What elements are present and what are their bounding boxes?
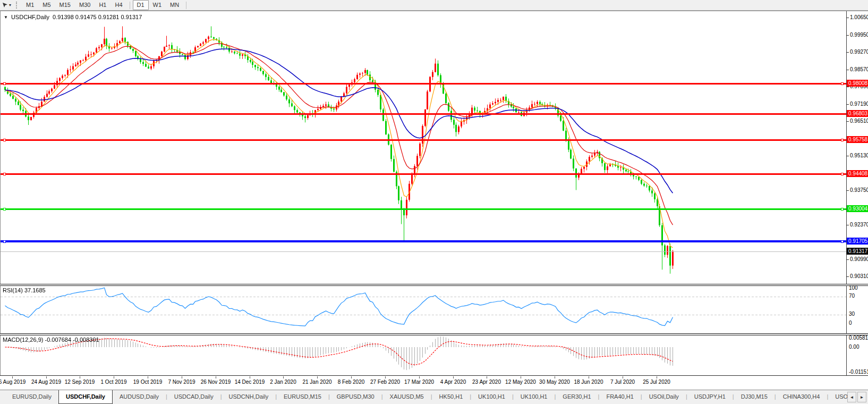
time-axis[interactable]: 6 Aug 201924 Aug 201912 Sep 20191 Oct 20…: [0, 376, 868, 390]
price-axis-tick: [846, 70, 849, 70]
price-axis-label: 0.98570: [850, 66, 868, 72]
hline-handle[interactable]: [3, 139, 6, 141]
chart-tab-usdjpy-h1[interactable]: USDJPY,H1: [687, 390, 733, 404]
hline-0.95758[interactable]: [1, 139, 846, 141]
timeframe-button-mn[interactable]: MN: [166, 0, 183, 10]
hline-price-badge: 0.94408: [847, 170, 868, 177]
price-axis-label: 0.99950: [850, 32, 868, 38]
toolbar-separator: [186, 2, 186, 9]
hline-0.98008[interactable]: [1, 83, 846, 85]
time-axis-tick: [555, 376, 555, 378]
rsi-panel-canvas[interactable]: [1, 286, 846, 333]
hline-handle[interactable]: [841, 240, 844, 243]
hline-handle[interactable]: [841, 208, 844, 211]
time-axis-tick: [283, 376, 284, 378]
timeframe-button-m1[interactable]: M1: [22, 0, 38, 10]
chart-tab-usdchf-daily[interactable]: USDCHF,Daily: [58, 390, 113, 404]
timeframe-button-m30[interactable]: M30: [75, 0, 95, 10]
timeframe-button-m15[interactable]: M15: [55, 0, 75, 10]
chart-tab-xauusd-m5[interactable]: XAUUSD,M5: [383, 390, 431, 404]
chart-tab-fra40-h1[interactable]: FRA40,H1: [599, 390, 640, 404]
rsi-label: RSI(14) 37.1685: [3, 287, 46, 293]
crosshair-cursor-icon: [2, 2, 8, 8]
chart-tab-audusd-daily[interactable]: AUDUSD,Daily: [113, 390, 166, 404]
time-axis-tick: [12, 376, 13, 378]
current-price-line: [1, 251, 846, 252]
hline-0.96803[interactable]: [1, 113, 846, 115]
price-axis-tick: [846, 156, 849, 156]
time-axis-tick: [46, 376, 47, 378]
price-axis-label: 0.93750: [850, 187, 868, 193]
tab-scroll-left-button[interactable]: ◄: [847, 392, 856, 402]
chart-dropdown-icon[interactable]: ▼: [4, 15, 8, 20]
chart-tab-eurusd-m15[interactable]: EURUSD,M15: [277, 390, 328, 404]
time-axis-tick: [657, 376, 657, 378]
hline-price-badge: 0.96803: [847, 110, 868, 117]
time-axis-tick: [317, 376, 318, 378]
macd-bottom-border: [0, 375, 868, 376]
price-axis-label: 0.96510: [850, 118, 868, 124]
price-axis-tick: [846, 190, 849, 191]
chart-tab-eurusd-daily[interactable]: EURUSD,Daily: [5, 390, 58, 404]
price-axis-label: 0.97190: [850, 101, 868, 107]
time-axis-tick: [148, 376, 148, 378]
rsi-axis-label: 30: [849, 311, 855, 317]
time-axis-label: 25 Jul 2020: [635, 379, 678, 385]
price-axis-border: [846, 11, 847, 376]
hline-handle[interactable]: [3, 208, 6, 211]
chart-tab-uk100-h1[interactable]: UK100,H1: [514, 390, 555, 404]
chart-tab-bar: EURUSD,DailyUSDCHF,DailyAUDUSD,Daily|USD…: [0, 390, 868, 404]
hline-handle[interactable]: [841, 173, 844, 175]
macd-axis-label: 0.005818: [849, 335, 868, 341]
chart-tab-usdcad-daily[interactable]: USDCAD,Daily: [167, 390, 220, 404]
timeframe-button-h4[interactable]: H4: [110, 0, 126, 10]
panel-separator-rsi[interactable]: [0, 284, 868, 286]
price-axis-tick: [846, 104, 849, 105]
price-axis-label: 0.95130: [850, 153, 868, 158]
time-axis-tick: [521, 376, 521, 378]
hline-handle[interactable]: [841, 139, 844, 141]
price-axis-tick: [846, 121, 849, 122]
chart-tab-ger30-h1[interactable]: GER30,H1: [556, 390, 598, 404]
caret-down-icon: ▼: [8, 3, 12, 7]
rsi-axis-label: 100: [849, 285, 858, 291]
macd-axis-label: 0.00: [849, 344, 859, 350]
hline-0.93004[interactable]: [1, 208, 846, 210]
time-axis-tick: [351, 376, 352, 378]
chart-tab-gbpusd-m30[interactable]: GBPUSD,M30: [330, 390, 381, 404]
price-axis-label: 0.92370: [850, 222, 868, 228]
timeframe-button-d1[interactable]: D1: [133, 0, 149, 10]
hline-0.94408[interactable]: [1, 173, 846, 175]
time-axis-tick: [419, 376, 420, 378]
hline-handle[interactable]: [3, 173, 6, 175]
chart-tab-china300-h4[interactable]: CHINA300,H4: [776, 390, 827, 404]
timeframe-button-h1[interactable]: H1: [95, 0, 110, 10]
chart-cursor-icon[interactable]: ▼: [0, 1, 14, 10]
hline-0.91705[interactable]: [1, 240, 846, 242]
chart-tab-hk50-h1[interactable]: HK50,H1: [432, 390, 470, 404]
panel-separator-macd[interactable]: [0, 333, 868, 335]
chart-tab-uk100-h1[interactable]: UK100,H1: [471, 390, 512, 404]
chart-tab-dj30-m15[interactable]: DJ30,M15: [734, 390, 775, 404]
chart-ohlc-values: 0.91398 0.91475 0.91281 0.91317: [53, 14, 142, 20]
timeframe-button-m5[interactable]: M5: [38, 0, 55, 10]
tab-scroll-right-button[interactable]: ►: [857, 392, 866, 402]
time-axis-tick: [114, 376, 114, 378]
toolbar-grip[interactable]: [16, 2, 20, 9]
hline-handle[interactable]: [841, 82, 844, 85]
hline-handle[interactable]: [3, 240, 6, 243]
rsi-axis-label: 0: [849, 320, 852, 326]
price-axis-label: 1.00650: [850, 14, 868, 20]
price-chart-canvas[interactable]: [1, 12, 846, 284]
time-axis-tick: [487, 376, 487, 378]
chart-tab-usdcnh-daily[interactable]: USDCNH,Daily: [222, 390, 276, 404]
macd-panel-canvas[interactable]: [1, 335, 846, 375]
timeframe-button-w1[interactable]: W1: [149, 0, 166, 10]
rsi-axis-label: 70: [849, 293, 855, 299]
hline-handle[interactable]: [3, 82, 6, 85]
time-axis-tick: [216, 376, 216, 378]
price-axis-tick: [846, 225, 849, 225]
chart-tab-usoil-daily[interactable]: USOil,Daily: [642, 390, 686, 404]
timeframe-toolbar: ▼ M1M5M15M30H1H4D1W1MN: [0, 0, 868, 11]
trading-terminal-window: ▼ M1M5M15M30H1H4D1W1MN ▼ USDCHF,Daily 0.…: [0, 0, 868, 404]
